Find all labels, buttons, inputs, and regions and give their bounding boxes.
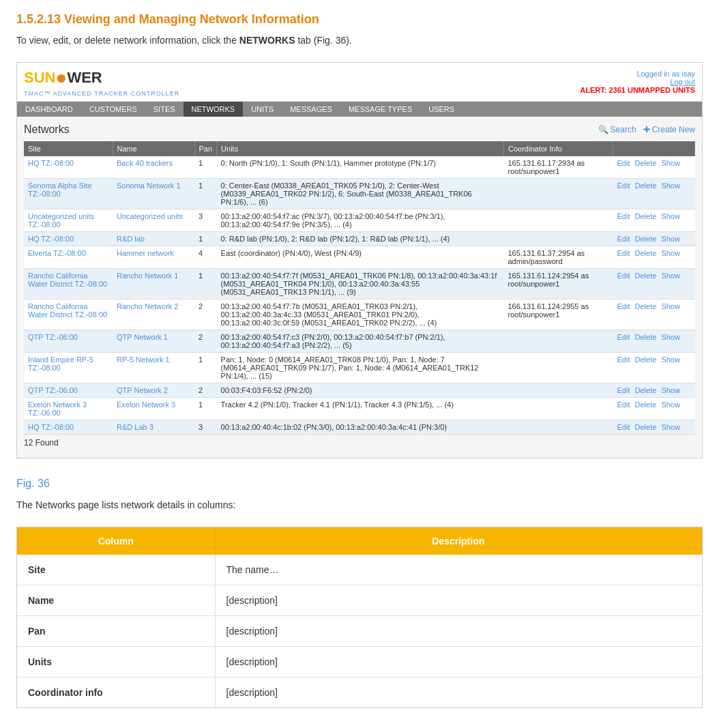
show-link[interactable]: Show xyxy=(661,249,680,257)
logout-link[interactable]: Log out xyxy=(580,78,695,86)
cell-coord xyxy=(504,232,613,246)
site-link[interactable]: QTP TZ:-06:00 xyxy=(28,386,78,394)
table-row: HQ TZ:-08:00 R&D lab 1 0: R&D lab (PN:1/… xyxy=(24,232,695,246)
edit-link[interactable]: Edit xyxy=(617,401,630,409)
search-label: Search xyxy=(611,125,636,134)
desc-desc-cell: [description] xyxy=(215,678,702,708)
cell-site: HQ TZ:-08:00 xyxy=(24,420,113,435)
name-link[interactable]: RP-5 Network 1 xyxy=(117,355,170,364)
site-link[interactable]: QTP TZ:-06:00 xyxy=(28,333,78,341)
cell-coord xyxy=(504,398,613,420)
delete-link[interactable]: Delete xyxy=(635,401,657,409)
cell-name: QTP Network 2 xyxy=(113,383,194,398)
delete-link[interactable]: Delete xyxy=(635,355,657,364)
show-link[interactable]: Show xyxy=(661,159,680,167)
name-link[interactable]: Sonoma Network 1 xyxy=(117,181,181,190)
edit-link[interactable]: Edit xyxy=(617,272,630,280)
delete-link[interactable]: Delete xyxy=(635,302,657,310)
site-link[interactable]: Inland Empire RP-5 TZ:-08:00 xyxy=(28,355,93,372)
cell-actions: Edit Delete Show xyxy=(613,420,695,435)
edit-link[interactable]: Edit xyxy=(617,386,630,394)
cell-site: QTP TZ:-06:00 xyxy=(24,330,113,353)
show-link[interactable]: Show xyxy=(661,333,680,341)
edit-link[interactable]: Edit xyxy=(617,212,630,220)
show-link[interactable]: Show xyxy=(661,401,680,409)
nav-users[interactable]: USERS xyxy=(420,102,463,117)
name-link[interactable]: Rancho Network 2 xyxy=(117,302,179,310)
cell-units: Pan: 1, Node: 0 (M0614_AREA01_TRK08 PN:1… xyxy=(217,353,504,383)
name-link[interactable]: QTP Network 1 xyxy=(117,333,168,341)
name-link[interactable]: Exelon Network 3 xyxy=(117,401,175,409)
edit-link[interactable]: Edit xyxy=(617,302,630,310)
cell-site: Inland Empire RP-5 TZ:-08:00 xyxy=(24,353,113,383)
name-link[interactable]: Hammer network xyxy=(117,249,174,257)
show-link[interactable]: Show xyxy=(661,355,680,364)
site-link[interactable]: Elverta TZ:-08:00 xyxy=(28,249,86,257)
name-link[interactable]: R&D lab xyxy=(117,235,145,243)
site-link[interactable]: Rancho California Water District TZ:-08:… xyxy=(28,272,107,288)
app-subtitle: TMAC™ ADVANCED TRACKER CONTROLLER xyxy=(24,90,179,97)
nav-sites[interactable]: SITES xyxy=(145,102,184,117)
delete-link[interactable]: Delete xyxy=(635,159,657,167)
col-header-site: Site xyxy=(24,141,113,156)
show-link[interactable]: Show xyxy=(661,302,680,310)
name-link[interactable]: Uncategorized units xyxy=(117,212,183,220)
section-title: 1.5.2.13 Viewing and Managing Network In… xyxy=(16,12,703,27)
site-link[interactable]: HQ TZ:-08:00 xyxy=(28,423,74,431)
nav-dashboard[interactable]: DASHBOARD xyxy=(17,102,81,117)
edit-link[interactable]: Edit xyxy=(617,249,630,257)
nav-networks[interactable]: NETWORKS xyxy=(184,102,244,117)
delete-link[interactable]: Delete xyxy=(635,181,657,190)
name-link[interactable]: Rancho Network 1 xyxy=(117,272,179,280)
nav-units[interactable]: UNITS xyxy=(243,102,282,117)
site-link[interactable]: Exelon Network 3 TZ:-06:00 xyxy=(28,401,87,417)
cell-coord xyxy=(504,209,613,232)
cell-site: QTP TZ:-06:00 xyxy=(24,383,113,398)
show-link[interactable]: Show xyxy=(661,235,680,243)
cell-site: Rancho California Water District TZ:-08:… xyxy=(24,269,113,300)
delete-link[interactable]: Delete xyxy=(635,249,657,257)
edit-link[interactable]: Edit xyxy=(617,235,630,243)
logged-in-info: Logged in as isay xyxy=(580,70,695,78)
table-row: QTP TZ:-06:00 QTP Network 2 2 00:03:F4:0… xyxy=(24,383,695,398)
name-link[interactable]: QTP Network 2 xyxy=(117,386,168,394)
show-link[interactable]: Show xyxy=(661,212,680,220)
edit-link[interactable]: Edit xyxy=(617,333,630,341)
nav-message-types[interactable]: MESSAGE TYPES xyxy=(340,102,420,117)
edit-link[interactable]: Edit xyxy=(617,181,630,190)
cell-name: RP-5 Network 1 xyxy=(113,353,194,383)
delete-link[interactable]: Delete xyxy=(635,212,657,220)
show-link[interactable]: Show xyxy=(661,386,680,394)
site-link[interactable]: Uncategorized units TZ:-08:00 xyxy=(28,212,94,229)
logged-in-text: Logged in as xyxy=(636,70,681,78)
edit-link[interactable]: Edit xyxy=(617,159,630,167)
site-link[interactable]: Sonoma Alpha Site TZ:-08:00 xyxy=(28,181,92,198)
delete-link[interactable]: Delete xyxy=(635,235,657,243)
site-link[interactable]: HQ TZ:-08:00 xyxy=(28,235,74,243)
cell-units: 00:13:a2:00:40:54:f7:7b (M0531_AREA01_TR… xyxy=(217,300,504,330)
site-link[interactable]: HQ TZ:-08:00 xyxy=(28,159,74,167)
show-link[interactable]: Show xyxy=(661,423,680,431)
col-header-actions xyxy=(613,141,695,156)
delete-link[interactable]: Delete xyxy=(635,423,657,431)
delete-link[interactable]: Delete xyxy=(635,386,657,394)
desc-desc-cell: [description] xyxy=(215,616,702,647)
nav-customers[interactable]: CUSTOMERS xyxy=(81,102,145,117)
edit-link[interactable]: Edit xyxy=(617,423,630,431)
name-link[interactable]: R&D Lab 3 xyxy=(117,423,153,431)
search-button[interactable]: 🔍 Search xyxy=(598,125,636,134)
show-link[interactable]: Show xyxy=(661,181,680,190)
cell-site: Rancho California Water District TZ:-08:… xyxy=(24,300,113,330)
site-link[interactable]: Rancho California Water District TZ:-08:… xyxy=(28,302,107,319)
nav-messages[interactable]: MESSAGES xyxy=(282,102,340,117)
show-link[interactable]: Show xyxy=(661,272,680,280)
create-new-button[interactable]: ✚ Create New xyxy=(643,125,695,134)
name-link[interactable]: Back 40 trackers xyxy=(117,159,173,167)
desc-col-header: Column xyxy=(17,527,215,555)
desc-col-cell: Pan xyxy=(17,616,215,647)
col-header-name: Name xyxy=(113,141,194,156)
col-header-pan: Pan xyxy=(194,141,217,156)
edit-link[interactable]: Edit xyxy=(617,355,630,364)
delete-link[interactable]: Delete xyxy=(635,333,657,341)
delete-link[interactable]: Delete xyxy=(635,272,657,280)
